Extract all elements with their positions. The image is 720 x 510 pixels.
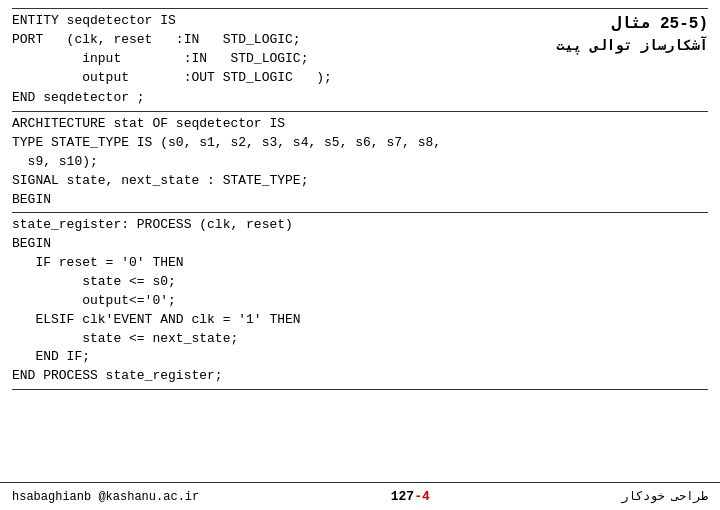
arch-line2: TYPE STATE_TYPE IS (s0, s1, s2, s3, s4, …: [12, 134, 708, 153]
end-entity-line: END seqdetector ;: [12, 89, 708, 108]
page-container: ENTITY seqdetector IS PORT (clk, reset :…: [0, 0, 720, 510]
entity-line1: ENTITY seqdetector IS: [12, 12, 546, 31]
persian-line1: (25-5 مثال: [556, 12, 708, 36]
entity-line3: input :IN STD_LOGIC;: [12, 50, 546, 69]
persian-line2: آشکارساز توالی پیت: [556, 36, 708, 57]
divider-2: [12, 111, 708, 112]
entity-line2: PORT (clk, reset :IN STD_LOGIC;: [12, 31, 546, 50]
arch-line4: SIGNAL state, next_state : STATE_TYPE;: [12, 172, 708, 191]
sr-line5: output<='0';: [12, 292, 708, 311]
sr-line4: state <= s0;: [12, 273, 708, 292]
entity-line4: output :OUT STD_LOGIC );: [12, 69, 546, 88]
architecture-block: ARCHITECTURE stat OF seqdetector IS TYPE…: [12, 115, 708, 209]
entity-code-block: ENTITY seqdetector IS PORT (clk, reset :…: [12, 12, 546, 87]
sr-line3: IF reset = '0' THEN: [12, 254, 708, 273]
arch-line3: s9, s10);: [12, 153, 708, 172]
sr-line1: state_register: PROCESS (clk, reset): [12, 216, 708, 235]
entity-header-section: ENTITY seqdetector IS PORT (clk, reset :…: [12, 12, 708, 87]
sr-line9: END PROCESS state_register;: [12, 367, 708, 386]
sr-line7: state <= next_state;: [12, 330, 708, 349]
arch-line1: ARCHITECTURE stat OF seqdetector IS: [12, 115, 708, 134]
arch-line5: BEGIN: [12, 191, 708, 210]
sr-line2: BEGIN: [12, 235, 708, 254]
state-register-block: state_register: PROCESS (clk, reset) BEG…: [12, 216, 708, 386]
footer-bar: hsabaghianb @kashanu.ac.ir 127-4 طراحی خ…: [0, 482, 720, 510]
footer-page-sub: -4: [414, 489, 430, 504]
top-divider: [12, 8, 708, 9]
divider-3: [12, 212, 708, 213]
sr-line6: ELSIF clk'EVENT AND clk = '1' THEN: [12, 311, 708, 330]
footer-brand: طراحی خودکار: [621, 489, 708, 504]
persian-label-block: (25-5 مثال آشکارساز توالی پیت: [546, 12, 708, 57]
footer-page-number: 127-4: [391, 489, 430, 504]
sr-line8: END IF;: [12, 348, 708, 367]
footer-page-main: 127: [391, 489, 414, 504]
footer-email: hsabaghianb @kashanu.ac.ir: [12, 490, 199, 504]
divider-4: [12, 389, 708, 390]
